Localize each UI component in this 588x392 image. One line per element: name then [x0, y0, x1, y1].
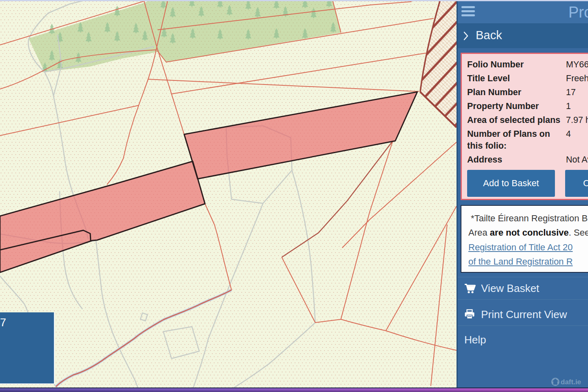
svg-text:daft.ie: daft.ie	[561, 378, 581, 386]
